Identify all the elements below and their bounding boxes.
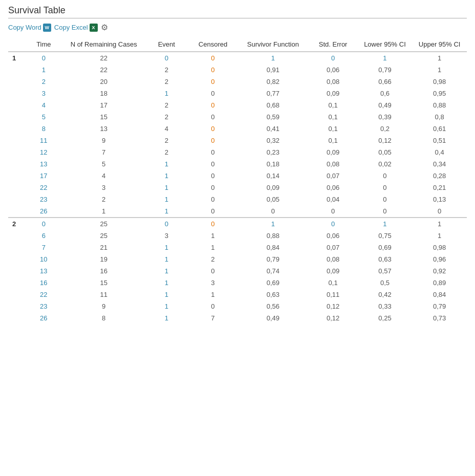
- cell-lower: 0,2: [358, 123, 413, 135]
- cell-event: 1: [145, 242, 188, 253]
- cell-survivor: 0,77: [238, 88, 309, 99]
- col-header-survivor: Survivor Function: [238, 37, 309, 52]
- cell-event: 2: [145, 99, 188, 111]
- table-row: 625310,880,060,751: [8, 230, 467, 242]
- cell-survivor: 0,18: [238, 158, 309, 170]
- cell-survivor: 0,23: [238, 146, 309, 158]
- cell-event: 2: [145, 146, 188, 158]
- cell-censored: 1: [188, 242, 238, 253]
- cell-event: 1: [145, 277, 188, 289]
- cell-remaining: 1: [63, 205, 145, 218]
- cell-group: [8, 242, 25, 253]
- cell-censored: 0: [188, 218, 238, 230]
- cell-survivor: 0,49: [238, 312, 309, 324]
- cell-stderr: 0,07: [309, 170, 358, 182]
- cell-group: [8, 123, 25, 135]
- word-icon: W: [43, 24, 51, 32]
- cell-upper: 0,73: [412, 312, 467, 324]
- copy-word-button[interactable]: Copy Word W: [8, 24, 51, 32]
- col-header-event: Event: [145, 37, 188, 52]
- table-row: 1316100,740,090,570,92: [8, 265, 467, 277]
- cell-censored: 0: [188, 76, 238, 88]
- cell-censored: 0: [188, 300, 238, 312]
- col-header-lower: Lower 95% CI: [358, 37, 413, 52]
- cell-group: [8, 182, 25, 193]
- cell-event: 2: [145, 135, 188, 146]
- cell-time: 3: [25, 88, 63, 99]
- col-header-remaining: N of Remaining Cases: [63, 37, 145, 52]
- cell-group: [8, 146, 25, 158]
- cell-time: 17: [25, 170, 63, 182]
- cell-event: 0: [145, 218, 188, 230]
- cell-censored: 7: [188, 312, 238, 324]
- cell-stderr: 0,06: [309, 64, 358, 76]
- cell-stderr: 0: [309, 205, 358, 218]
- cell-lower: 0,66: [358, 76, 413, 88]
- cell-group: 1: [8, 52, 25, 64]
- copy-excel-button[interactable]: Copy Excel X: [54, 24, 98, 32]
- cell-censored: 0: [188, 193, 238, 205]
- cell-lower: 0,25: [358, 312, 413, 324]
- cell-stderr: 0,1: [309, 99, 358, 111]
- cell-event: 1: [145, 182, 188, 193]
- excel-icon: X: [90, 24, 98, 32]
- cell-upper: 0,79: [412, 300, 467, 312]
- cell-group: [8, 205, 25, 218]
- cell-group: [8, 265, 25, 277]
- table-row: 1615130,690,10,50,89: [8, 277, 467, 289]
- page-title: Survival Table: [8, 5, 467, 18]
- cell-upper: 1: [412, 218, 467, 230]
- toolbar: Copy Word W Copy Excel X ⚙: [8, 23, 467, 32]
- cell-remaining: 20: [63, 76, 145, 88]
- survival-table: Time N of Remaining Cases Event Censored…: [8, 37, 467, 324]
- cell-survivor: 0,91: [238, 64, 309, 76]
- cell-remaining: 3: [63, 182, 145, 193]
- cell-group: [8, 76, 25, 88]
- cell-upper: 0,92: [412, 265, 467, 277]
- cell-event: 1: [145, 253, 188, 265]
- table-row: 721110,840,070,690,98: [8, 242, 467, 253]
- cell-censored: 0: [188, 111, 238, 123]
- cell-censored: 0: [188, 182, 238, 193]
- cell-censored: 2: [188, 253, 238, 265]
- cell-upper: 0,51: [412, 135, 467, 146]
- cell-stderr: 0,06: [309, 230, 358, 242]
- cell-time: 16: [25, 277, 63, 289]
- cell-lower: 0,6: [358, 88, 413, 99]
- cell-remaining: 19: [63, 253, 145, 265]
- cell-stderr: 0,1: [309, 135, 358, 146]
- cell-stderr: 0,09: [309, 265, 358, 277]
- cell-lower: 0,02: [358, 158, 413, 170]
- cell-upper: 0,88: [412, 99, 467, 111]
- cell-remaining: 9: [63, 300, 145, 312]
- cell-upper: 0,34: [412, 158, 467, 170]
- settings-icon[interactable]: ⚙: [101, 23, 108, 32]
- cell-remaining: 7: [63, 146, 145, 158]
- table-header-row: Time N of Remaining Cases Event Censored…: [8, 37, 467, 52]
- cell-stderr: 0,06: [309, 182, 358, 193]
- cell-lower: 0,75: [358, 230, 413, 242]
- cell-remaining: 16: [63, 265, 145, 277]
- col-header-group: [8, 37, 25, 52]
- cell-stderr: 0,09: [309, 146, 358, 158]
- table-row: 174100,140,0700,28: [8, 170, 467, 182]
- table-row: 261100000: [8, 205, 467, 218]
- cell-group: [8, 300, 25, 312]
- cell-time: 5: [25, 111, 63, 123]
- cell-censored: 1: [188, 289, 238, 300]
- cell-group: [8, 170, 25, 182]
- cell-remaining: 2: [63, 193, 145, 205]
- cell-lower: 0: [358, 170, 413, 182]
- cell-stderr: 0,04: [309, 193, 358, 205]
- cell-upper: 0,89: [412, 277, 467, 289]
- col-header-censored: Censored: [188, 37, 238, 52]
- cell-remaining: 8: [63, 312, 145, 324]
- cell-survivor: 0,63: [238, 289, 309, 300]
- cell-remaining: 15: [63, 111, 145, 123]
- cell-censored: 0: [188, 170, 238, 182]
- table-row: 515200,590,10,390,8: [8, 111, 467, 123]
- cell-event: 1: [145, 265, 188, 277]
- cell-time: 0: [25, 52, 63, 64]
- cell-stderr: 0,1: [309, 111, 358, 123]
- cell-survivor: 0,79: [238, 253, 309, 265]
